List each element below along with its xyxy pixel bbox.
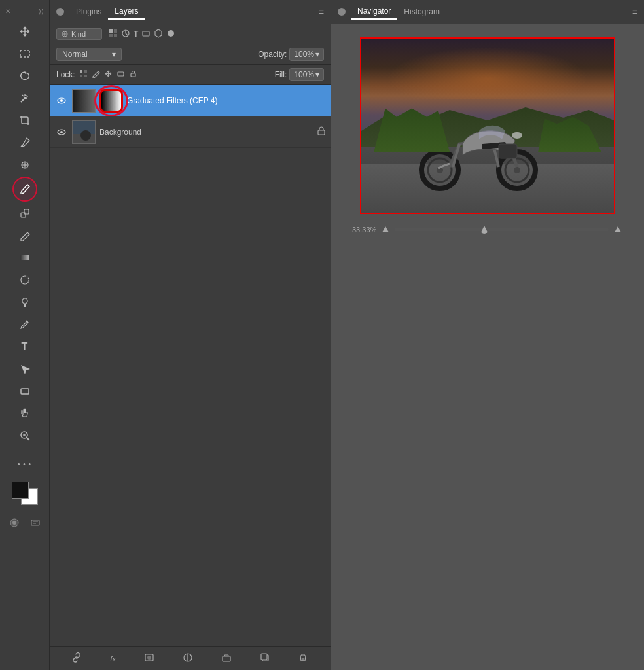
lock-artboard-icon[interactable] — [116, 69, 125, 80]
type-filter-icon[interactable]: T — [134, 29, 138, 39]
opacity-input[interactable]: 100% ▾ — [289, 48, 324, 61]
lock-image-pixels-icon[interactable] — [92, 69, 100, 80]
lock-all-icon[interactable] — [129, 69, 137, 80]
zoom-slider[interactable] — [395, 228, 609, 231]
layers-bottom-toolbar: fx — [50, 646, 331, 670]
layers-filter-toolbar: Kind T — [50, 24, 331, 44]
kind-filter-dropdown[interactable]: Kind — [56, 28, 102, 40]
clone-stamp-tool[interactable] — [14, 203, 35, 224]
zoom-out-button[interactable] — [380, 224, 391, 235]
lock-label: Lock: — [56, 70, 75, 79]
add-layer-mask-icon[interactable] — [144, 652, 154, 665]
adjustment-filter-icon[interactable] — [121, 29, 130, 40]
panels-area: Plugins Layers ≡ Kind T — [50, 0, 644, 670]
toolbar-divider — [10, 450, 39, 450]
svg-point-49 — [147, 656, 151, 660]
svg-rect-10 — [24, 209, 29, 214]
marquee-tool[interactable] — [14, 43, 35, 64]
blend-mode-row: Normal ▾ Opacity: 100% ▾ — [50, 44, 331, 65]
zoom-control-bar: 33.33% — [344, 219, 631, 240]
foreground-background-colors[interactable] — [12, 478, 38, 509]
layer-visibility-toggle[interactable] — [55, 94, 68, 107]
blur-tool[interactable] — [14, 270, 35, 291]
crop-tool[interactable] — [14, 110, 35, 131]
lock-pixels-icon[interactable] — [79, 69, 88, 80]
layer-mask-thumb — [99, 89, 123, 113]
foreground-color-swatch[interactable] — [12, 482, 29, 499]
add-layer-style-icon[interactable]: fx — [110, 655, 116, 663]
opacity-label: Opacity: — [258, 50, 287, 59]
shape-tool[interactable] — [14, 381, 35, 402]
healing-brush-tool[interactable] — [14, 154, 35, 175]
new-fill-adjustment-icon[interactable] — [183, 652, 193, 665]
svg-rect-36 — [84, 75, 87, 77]
svg-point-32 — [168, 30, 174, 37]
svg-rect-0 — [20, 50, 29, 57]
delete-layer-icon[interactable] — [298, 652, 308, 665]
layer-thumb-graduated — [72, 89, 96, 113]
zoom-tool[interactable] — [14, 425, 35, 446]
change-screen-mode[interactable] — [26, 514, 45, 532]
svg-rect-47 — [318, 130, 325, 135]
eyedropper-tool[interactable] — [14, 132, 35, 153]
new-layer-icon[interactable] — [260, 652, 270, 665]
shape-filter-icon[interactable] — [141, 29, 151, 40]
move-tool[interactable] — [14, 21, 35, 42]
filter-icons: T — [109, 29, 175, 40]
layers-panel-tabs: Plugins Layers — [69, 4, 319, 20]
pen-tool[interactable] — [14, 314, 35, 335]
type-tool[interactable]: T — [14, 336, 35, 357]
pixel-filter-icon[interactable] — [109, 29, 118, 40]
hand-tool[interactable] — [14, 403, 35, 424]
layers-tab[interactable]: Layers — [108, 4, 145, 20]
layer-visibility-background[interactable] — [55, 126, 68, 139]
dodge-tool[interactable] — [14, 292, 35, 313]
gradient-tool[interactable] — [14, 247, 35, 268]
layers-panel-menu[interactable]: ≡ — [319, 7, 324, 17]
zoom-in-button[interactable] — [613, 224, 623, 235]
eraser-tool[interactable] — [14, 225, 35, 246]
svg-point-21 — [12, 521, 16, 525]
layer-item-graduated-filters[interactable]: Graduated Filters (CEP 4) — [50, 85, 331, 116]
link-layers-icon[interactable] — [71, 652, 82, 665]
svg-rect-41 — [73, 90, 95, 112]
histogram-tab[interactable]: Histogram — [397, 5, 446, 19]
quick-mask-tools — [5, 513, 45, 533]
svg-line-17 — [27, 438, 29, 440]
layers-list: Graduated Filters (CEP 4) Background — [50, 85, 331, 646]
fill-control: Fill: 100% ▾ — [275, 68, 324, 81]
toolbar-collapse-icon[interactable]: ⟩⟩ — [39, 8, 44, 15]
layers-panel-header: Plugins Layers ≡ — [50, 0, 331, 24]
plugins-tab[interactable]: Plugins — [69, 5, 108, 19]
svg-point-40 — [60, 99, 63, 102]
svg-rect-51 — [223, 656, 230, 661]
navigator-panel-menu[interactable]: ≡ — [632, 7, 637, 17]
fill-label: Fill: — [275, 70, 287, 79]
layers-panel-close[interactable] — [56, 8, 64, 16]
color-filter-icon[interactable] — [166, 29, 175, 40]
svg-rect-62 — [499, 144, 517, 158]
navigator-tab[interactable]: Navigator — [351, 4, 397, 20]
layer-name-background: Background — [99, 128, 313, 137]
lasso-tool[interactable] — [14, 65, 35, 86]
smart-object-filter-icon[interactable] — [154, 29, 163, 40]
more-tools[interactable]: • • • — [14, 453, 35, 474]
selection-tool[interactable] — [14, 359, 35, 379]
group-layers-icon[interactable] — [221, 652, 232, 665]
navigator-panel-close[interactable] — [338, 8, 346, 16]
layer-thumb-background — [72, 120, 96, 144]
lock-row: Lock: Fill: — [50, 65, 331, 85]
svg-point-46 — [80, 130, 91, 141]
lock-position-icon[interactable] — [104, 69, 113, 80]
opacity-arrow: ▾ — [315, 50, 319, 59]
fill-input[interactable]: 100% ▾ — [289, 68, 324, 81]
magic-wand-tool[interactable] — [14, 88, 35, 109]
svg-rect-15 — [21, 389, 29, 394]
blend-mode-dropdown[interactable]: Normal ▾ — [56, 48, 122, 61]
layer-item-background[interactable]: Background — [50, 116, 331, 148]
svg-rect-26 — [109, 29, 113, 33]
navigator-panel: Navigator Histogram ≡ — [331, 0, 644, 670]
brush-tool[interactable] — [12, 177, 37, 202]
toolbar-close-icon[interactable]: ✕ — [5, 8, 10, 15]
quick-mask-mode[interactable] — [5, 514, 24, 532]
